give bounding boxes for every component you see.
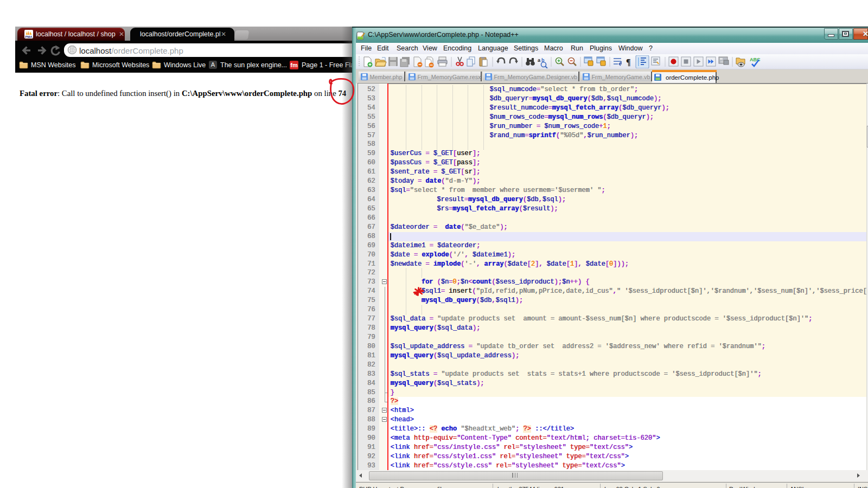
svg-text:¶: ¶ — [626, 57, 631, 67]
svg-text:PMA: PMA — [25, 35, 33, 38]
svg-text:a: a — [538, 57, 541, 63]
